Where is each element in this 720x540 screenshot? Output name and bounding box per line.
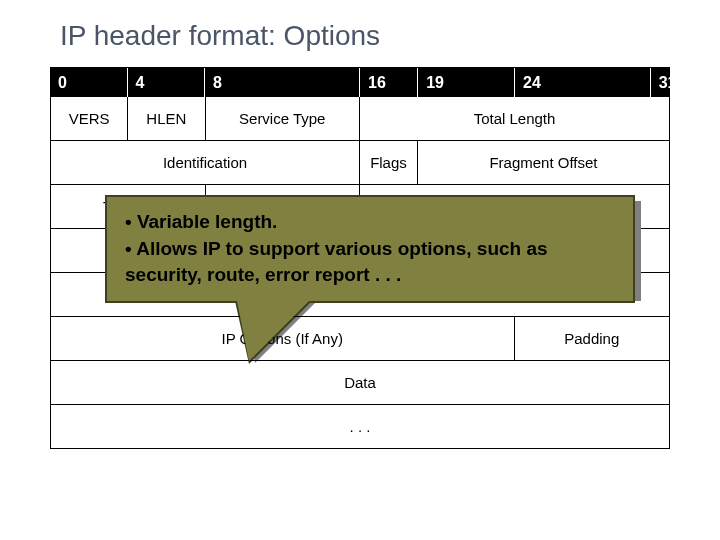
field-continuation: . . . [51,405,669,448]
header-row-6: IP Options (If Any) Padding [50,317,670,361]
field-flags: Flags [360,141,418,184]
callout-box: • Variable length. • Allows IP to suppor… [105,195,635,303]
bit-label-4: 4 [128,68,206,97]
field-fragment-offset: Fragment Offset [418,141,669,184]
bit-ruler: 0 4 8 16 19 24 31 [50,67,670,97]
field-padding: Padding [515,317,670,360]
field-service-type: Service Type [206,97,361,140]
bit-label-16: 16 [360,68,418,97]
field-vers: VERS [51,97,128,140]
bit-label-19: 19 [418,68,515,97]
callout-line-1: • Variable length. [125,209,615,236]
header-row-1: VERS HLEN Service Type Total Length [50,97,670,141]
field-hlen: HLEN [128,97,205,140]
bit-label-31: 31 [651,68,670,97]
header-row-7: Data [50,361,670,405]
field-identification: Identification [51,141,360,184]
callout-content: • Variable length. • Allows IP to suppor… [105,195,635,303]
field-data: Data [51,361,669,404]
page-title: IP header format: Options [0,0,720,67]
bit-label-0: 0 [50,68,128,97]
header-row-2: Identification Flags Fragment Offset [50,141,670,185]
bit-label-8: 8 [205,68,360,97]
header-row-8: . . . [50,405,670,449]
callout-tail [237,301,309,361]
bit-label-24: 24 [515,68,651,97]
callout-line-2: • Allows IP to support various options, … [125,236,615,289]
field-total-length: Total Length [360,97,669,140]
